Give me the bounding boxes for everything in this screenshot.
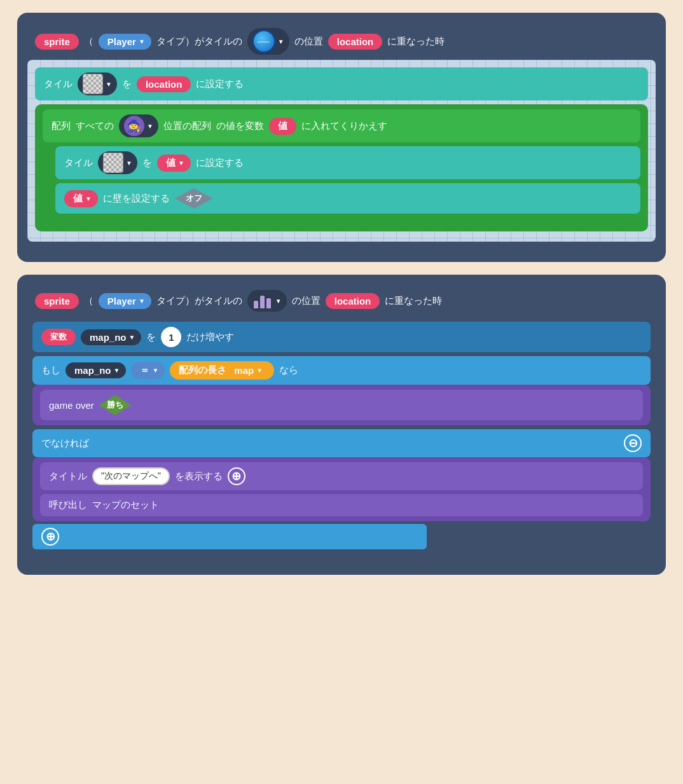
title-show-block: タイトル "次のマップへ" を表示する ⊕: [40, 462, 643, 490]
title-label: タイトル: [49, 471, 87, 483]
value-text: の値を変数: [216, 120, 264, 132]
num-pill: 1: [161, 327, 181, 347]
minus-btn[interactable]: ⊖: [624, 434, 642, 452]
mapno-dropdown[interactable]: map_no ▼: [81, 329, 141, 345]
off-diamond: オフ: [175, 188, 213, 209]
tile-icon-dropdown-1[interactable]: ▼: [78, 72, 117, 95]
block1-row2: タイル ▼ を 値 ▼ に設定する: [55, 146, 640, 179]
position-label-1: の位置: [294, 36, 323, 48]
var-increase-block: 変数 map_no ▼ を 1 だけ増やす: [32, 322, 651, 352]
location-label-2: location: [326, 293, 380, 309]
string-val: "次のマップへ": [92, 467, 170, 485]
loop-body: タイル ▼ を 値 ▼ に設定する: [55, 146, 640, 214]
sprite-dropdown-loop[interactable]: 🧙 ▼: [119, 114, 158, 137]
caret-icon: ▼: [256, 367, 263, 374]
loop-outer: 配列 すべての 🧙 ▼ 位置の配列 の値を変数 値 に入れてくりかえす タイル: [35, 104, 648, 231]
val-dropdown-1[interactable]: 値 ▼: [157, 155, 191, 172]
time-label-2: に重なった時: [385, 295, 442, 307]
sprite-img-loop: 🧙: [124, 116, 144, 136]
increase-label: だけ増やす: [186, 331, 234, 343]
then-label: なら: [279, 364, 298, 376]
caret-icon: ▼: [139, 298, 145, 305]
bar3: [266, 298, 271, 308]
pos-array-label: 位置の配列: [163, 120, 211, 132]
func-label: マップのセット: [92, 499, 159, 511]
wo-2: を: [142, 157, 152, 169]
wall-set-block: 値 ▼ に壁を設定する オフ: [55, 183, 640, 214]
val-dropdown-2[interactable]: 値 ▼: [64, 190, 98, 207]
location-label-1: location: [328, 34, 383, 50]
show-label: を表示する: [175, 471, 223, 483]
block2-bottom: [27, 557, 656, 565]
wo-3: を: [146, 331, 156, 343]
val-pill-1: 値: [269, 118, 296, 135]
map-dropdown[interactable]: map ▼: [229, 364, 268, 377]
open-paren-2: （: [84, 295, 93, 307]
tile-img-2: [103, 153, 123, 173]
else-header: でなければ ⊖: [32, 429, 651, 457]
gameover-label: game over: [49, 400, 94, 411]
caret-icon: ▼: [126, 160, 132, 167]
call-block: 呼び出し マップのセット: [40, 494, 643, 516]
if-body: game over 勝ち: [32, 385, 651, 425]
time-label-1: に重なった時: [387, 36, 445, 48]
tile-img-1: [83, 74, 103, 94]
caret-icon: ▼: [139, 38, 145, 45]
if-header: もし map_no ▼ ＝ ▼ 配列の長さ map ▼ なら: [32, 356, 651, 385]
block1-header: sprite （ Player ▼ タイプ）がタイルの ▼ の位置 locati…: [27, 23, 656, 60]
block1-row3: 値 ▼ に壁を設定する オフ: [55, 183, 640, 214]
else-body: タイトル "次のマップへ" を表示する ⊕ 呼び出し マップのセット: [32, 457, 651, 521]
var-label: 変数: [41, 329, 76, 345]
block2-if: もし map_no ▼ ＝ ▼ 配列の長さ map ▼ なら: [32, 356, 651, 425]
type-label-1: タイプ）がタイルの: [156, 36, 242, 48]
mapno-dropdown-2[interactable]: map_no ▼: [66, 362, 126, 378]
sprite-label-1: sprite: [35, 34, 79, 50]
tile-set-block: タイル ▼ を location に設定する: [35, 67, 648, 100]
tile-label-1: タイル: [44, 78, 72, 90]
block1-row1: タイル ▼ を location に設定する: [35, 67, 648, 100]
block1-bottom: [27, 244, 656, 252]
loop-footer: [43, 217, 640, 226]
plus-btn-2[interactable]: ⊕: [41, 528, 59, 546]
add-row: ⊕: [32, 524, 651, 549]
caret-icon: ▼: [152, 367, 158, 374]
block-1: sprite （ Player ▼ タイプ）がタイルの ▼ の位置 locati…: [17, 13, 666, 262]
player-dropdown-1[interactable]: Player ▼: [99, 34, 151, 50]
bar2: [260, 296, 265, 308]
bar1: [254, 301, 258, 308]
block2-row1: 変数 map_no ▼ を 1 だけ増やす: [32, 322, 651, 352]
win-diamond: 勝ち: [99, 395, 131, 415]
tile-icon-dropdown-2[interactable]: ▼: [98, 151, 137, 174]
block-2: sprite （ Player ▼ タイプ）がタイルの ▼ の位置 locati…: [17, 275, 666, 575]
eq-dropdown[interactable]: ＝ ▼: [131, 362, 165, 379]
player-dropdown-2[interactable]: Player ▼: [99, 293, 151, 309]
block1-content: タイル ▼ を location に設定する 配列 すべての 🧙 ▼ 位置: [27, 60, 656, 242]
gameover-block: game over 勝ち: [40, 390, 643, 420]
array-len-dropdown[interactable]: 配列の長さ map ▼: [170, 361, 274, 380]
wo-1: を: [122, 78, 132, 90]
else-label: でなければ: [41, 437, 89, 450]
globe-dropdown-1[interactable]: ▼: [247, 28, 289, 55]
open-paren-1: （: [84, 36, 93, 48]
chart-dropdown[interactable]: ▼: [247, 290, 287, 312]
repeat-label: に入れてくりかえす: [301, 120, 387, 132]
wall-label: に壁を設定する: [103, 193, 170, 205]
block2-content: 変数 map_no ▼ を 1 だけ増やす もし map_no ▼ ＝: [27, 317, 656, 554]
caret-icon: ▼: [85, 195, 92, 202]
caret-icon: ▼: [106, 81, 112, 88]
block2-else: でなければ ⊖ タイトル "次のマップへ" を表示する ⊕ 呼び出し マップのセ…: [32, 429, 651, 549]
set-label-1: に設定する: [196, 78, 244, 90]
globe-icon-1: [252, 30, 275, 53]
if-label: もし: [41, 364, 60, 376]
plus-btn-1[interactable]: ⊕: [228, 467, 245, 485]
caret-icon: ▼: [178, 160, 184, 167]
loop-header: 配列 すべての 🧙 ▼ 位置の配列 の値を変数 値 に入れてくりかえす: [43, 109, 640, 142]
tile-set-val-block: タイル ▼ を 値 ▼ に設定する: [55, 146, 640, 179]
caret-icon: ▼: [278, 38, 284, 45]
chart-icon: [252, 292, 273, 310]
call-label: 呼び出し: [49, 499, 87, 511]
caret-icon: ▼: [275, 298, 282, 305]
caret-icon: ▼: [129, 334, 135, 341]
caret-icon: ▼: [114, 367, 120, 374]
sprite-label-2: sprite: [35, 293, 79, 309]
